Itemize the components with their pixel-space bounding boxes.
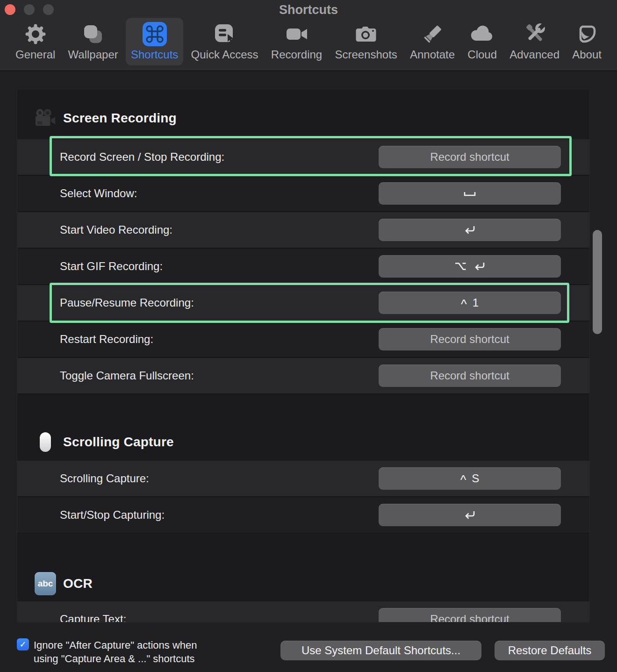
tab-label-general: General: [15, 48, 55, 61]
tab-about[interactable]: About: [567, 18, 607, 65]
toolbar-tabs: GeneralWallpaperShortcutsQuick AccessRec…: [0, 18, 617, 71]
tab-label-recording: Recording: [271, 48, 322, 61]
ignore-after-capture-checkbox[interactable]: ✓: [17, 638, 29, 651]
movie-camera-icon: [34, 108, 57, 129]
shortcut-button-start-gif-recording[interactable]: [379, 255, 561, 278]
row-start-stop-capturing: Start/Stop Capturing:: [17, 497, 589, 533]
row-label: Toggle Camera Fullscreen:: [60, 369, 194, 382]
tab-annotate[interactable]: Annotate: [405, 18, 460, 65]
highlight-annotation-pause-resume: [50, 283, 569, 323]
row-label: Select Window:: [60, 187, 137, 200]
section-title: OCR: [63, 576, 93, 591]
shortcut-button-select-window[interactable]: [379, 182, 561, 205]
record-shortcut-placeholder: Record shortcut: [430, 333, 509, 346]
tab-label-advanced: Advanced: [509, 48, 560, 61]
shortcut-button-capture-text[interactable]: Record shortcut: [379, 608, 561, 622]
control-key-glyph: ^: [460, 473, 466, 487]
return-key-icon: [473, 260, 486, 272]
record-shortcut-placeholder: Record shortcut: [430, 369, 509, 382]
shortcut-button-start-video-recording[interactable]: [379, 219, 561, 241]
quick-access-icon: [213, 21, 237, 47]
shortcut-button-toggle-camera-fullscreen[interactable]: Record shortcut: [379, 365, 561, 387]
tab-shortcuts[interactable]: Shortcuts: [126, 18, 183, 65]
row-start-video-recording: Start Video Recording:: [17, 212, 589, 248]
return-key-icon: [463, 509, 476, 521]
tab-recording[interactable]: Recording: [266, 18, 327, 65]
scrollbar-thumb[interactable]: [593, 230, 602, 334]
titlebar: Shortcuts: [0, 0, 617, 18]
option-key-icon: [453, 260, 467, 272]
tab-wallpaper[interactable]: Wallpaper: [63, 18, 123, 65]
checkbox-label-line2: using "Capture Area & ..." shortcuts: [34, 652, 197, 665]
tab-label-screenshots: Screenshots: [335, 48, 397, 61]
row-label: Start/Stop Capturing:: [60, 508, 165, 522]
cloud-icon: [470, 21, 495, 47]
row-capture-text: Capture Text:Record shortcut: [17, 601, 589, 622]
section-header-scrolling-capture: Scrolling Capture: [17, 394, 589, 461]
shortcut-button-scrolling-capture[interactable]: ^S: [379, 467, 561, 490]
video-camera-icon: [286, 21, 308, 47]
section-title: Scrolling Capture: [63, 435, 174, 450]
tab-label-cloud: Cloud: [467, 48, 497, 61]
row-start-gif-recording: Start GIF Recording:: [17, 249, 589, 284]
row-select-window: Select Window:: [17, 176, 589, 211]
tab-screenshots[interactable]: Screenshots: [330, 18, 402, 65]
shortcut-button-restart-recording[interactable]: Record shortcut: [379, 328, 561, 350]
tab-label-shortcuts: Shortcuts: [131, 48, 178, 61]
abc-badge: abc: [35, 572, 56, 595]
row-scrolling-capture: Scrolling Capture:^S: [17, 461, 589, 496]
row-label: Restart Recording:: [60, 333, 153, 346]
tab-general[interactable]: General: [10, 18, 60, 65]
checkbox-label-line1: Ignore "After Capture" actions when: [34, 638, 197, 652]
restore-defaults-button[interactable]: Restore Defaults: [495, 641, 605, 660]
wallpaper-icon: [82, 21, 104, 47]
record-shortcut-placeholder: Record shortcut: [430, 613, 509, 622]
tab-cloud[interactable]: Cloud: [462, 18, 502, 65]
command-icon: [143, 21, 167, 47]
row-label: Start Video Recording:: [60, 223, 172, 236]
footer-buttons: Use System Default Shortcuts...Restore D…: [280, 641, 605, 660]
marker-icon: [422, 21, 443, 47]
mouse-icon: [34, 432, 57, 452]
tab-label-about: About: [572, 48, 602, 61]
abc-badge-icon: abc: [34, 572, 57, 595]
ignore-after-capture-checkbox-row: ✓ Ignore "After Capture" actions when us…: [17, 638, 197, 665]
tab-quick-access[interactable]: Quick Access: [186, 18, 264, 65]
mouse-shape: [40, 432, 51, 452]
window-title: Shortcuts: [0, 3, 617, 17]
section-header-screen-recording: Screen Recording: [17, 89, 589, 139]
row-restart-recording: Restart Recording:Record shortcut: [17, 322, 589, 357]
checkbox-label: Ignore "After Capture" actions when usin…: [34, 638, 197, 665]
tab-advanced[interactable]: Advanced: [504, 18, 565, 65]
key-char: S: [472, 472, 479, 485]
section-title: Screen Recording: [63, 111, 177, 126]
tab-label-quick-access: Quick Access: [191, 48, 258, 61]
section-header-ocr: abcOCR: [17, 534, 589, 601]
use-system-default-shortcuts-button[interactable]: Use System Default Shortcuts...: [280, 641, 481, 660]
row-label: Start GIF Recording:: [60, 260, 163, 273]
gear-icon: [25, 21, 46, 47]
shortcut-button-start-stop-capturing[interactable]: [379, 504, 561, 526]
tools-icon: [524, 21, 546, 47]
row-label: Scrolling Capture:: [60, 472, 149, 485]
row-toggle-camera-fullscreen: Toggle Camera Fullscreen:Record shortcut: [17, 358, 589, 393]
camera-icon: [355, 21, 377, 47]
return-key-icon: [463, 224, 476, 236]
window-chrome: Shortcuts GeneralWallpaperShortcutsQuick…: [0, 0, 617, 71]
logo-icon: [576, 21, 598, 47]
tab-label-wallpaper: Wallpaper: [68, 48, 118, 61]
row-label: Capture Text:: [60, 613, 126, 622]
highlight-annotation-record-screen: [50, 136, 572, 176]
tab-label-annotate: Annotate: [410, 48, 455, 61]
space-key-icon: [463, 187, 477, 200]
preferences-window: Shortcuts GeneralWallpaperShortcutsQuick…: [0, 0, 617, 672]
